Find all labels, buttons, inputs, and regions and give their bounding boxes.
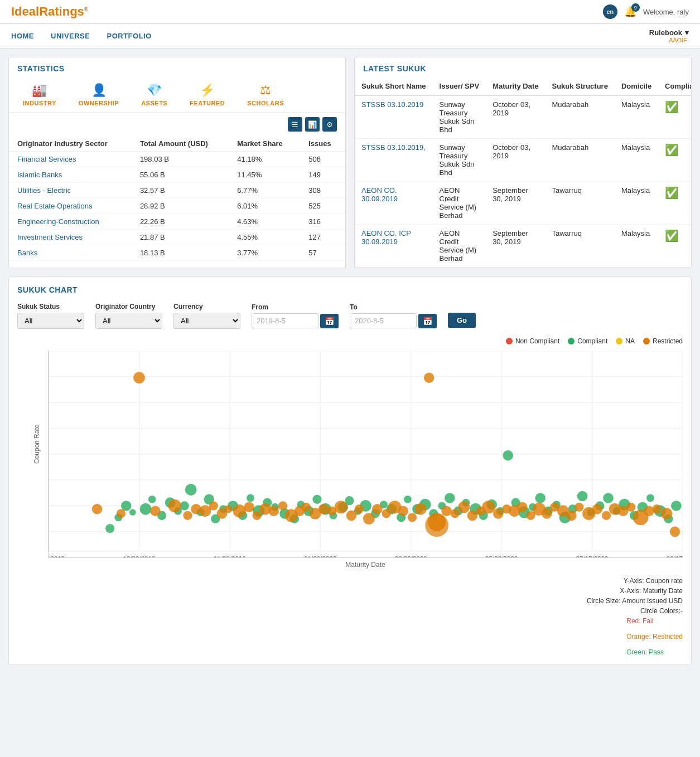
chart-y-axis-info: Y-Axis: Coupon rate xyxy=(624,577,683,585)
from-date-input[interactable] xyxy=(252,313,318,328)
y-axis-label: Coupon Rate xyxy=(33,424,41,464)
welcome-text: Welcome, raly xyxy=(643,8,689,16)
table-row: Real Estate Operations 28.92 B 6.01% 525 xyxy=(9,198,345,214)
orange-label: Orange: Restricted xyxy=(626,633,683,640)
go-button[interactable]: Go xyxy=(448,313,476,328)
svg-point-97 xyxy=(133,372,145,384)
col-issues: Issues xyxy=(300,136,345,152)
sector-link[interactable]: Banks xyxy=(17,249,37,257)
rulebook-sub: AAOIFI xyxy=(649,37,689,43)
legend-non-compliant: Non Compliant xyxy=(506,337,559,345)
tab-ownership[interactable]: 👤 OWNERSHIP xyxy=(73,80,124,109)
sector-link[interactable]: Engineering-Construction xyxy=(17,217,99,226)
svg-point-74 xyxy=(503,450,513,461)
header: IdealRatings® en 🔔9 Welcome, raly xyxy=(0,0,700,24)
tab-scholars[interactable]: ⚖ SCHOLARS xyxy=(242,80,289,109)
svg-point-29 xyxy=(129,509,136,516)
nav-portfolio[interactable]: PORTFOLIO xyxy=(107,24,151,48)
chart-view-button[interactable]: 📊 xyxy=(305,117,320,132)
share-cell: 4.63% xyxy=(229,214,300,230)
svg-point-105 xyxy=(225,505,233,513)
logo-sup: ® xyxy=(84,6,88,12)
sukuk-col-maturity: Maturity Date xyxy=(486,77,545,95)
sukuk-issuer-cell: AEON Credit Service (M) Berhad xyxy=(433,182,486,225)
notifications-button[interactable]: 🔔9 xyxy=(624,6,636,18)
svg-point-95 xyxy=(92,504,103,515)
tab-industry-label: INDUSTRY xyxy=(23,100,56,106)
sector-link[interactable]: Real Estate Operations xyxy=(17,202,92,210)
chart-legend: Non Compliant Compliant NA Restricted xyxy=(17,337,683,345)
logo-black: Ideal xyxy=(11,4,39,18)
svg-point-98 xyxy=(150,506,161,516)
sukuk-issuer-cell: AEON Credit Service (M) Berhad xyxy=(433,225,486,268)
svg-point-148 xyxy=(592,504,603,515)
svg-point-139 xyxy=(517,502,528,512)
svg-point-83 xyxy=(577,491,588,502)
svg-point-31 xyxy=(148,496,156,503)
sukuk-domicile-cell: Malaysia xyxy=(615,225,658,268)
x-axis-label: Maturity Date xyxy=(48,561,683,569)
filter-status-select[interactable]: All xyxy=(17,313,84,329)
sukuk-name-cell: AEON CO. ICP 30.09.2019 xyxy=(355,225,433,268)
svg-point-157 xyxy=(670,527,680,537)
chart-info-red: Red: Fail Orange: Restricted Green: Pass xyxy=(626,617,683,656)
tab-assets[interactable]: 💎 ASSETS xyxy=(136,80,173,109)
compliance-check-icon: ✅ xyxy=(665,101,679,113)
na-dot xyxy=(616,338,622,344)
amount-cell: 21.87 B xyxy=(132,230,229,245)
to-calendar-button[interactable]: 📅 xyxy=(418,314,437,328)
sukuk-name-link[interactable]: STSSB 03.10.2019, xyxy=(361,143,426,152)
sukuk-table-wrap[interactable]: Sukuk Short Name Issuer/ SPV Maturity Da… xyxy=(355,77,691,268)
language-button[interactable]: en xyxy=(603,4,617,19)
legend-restricted-label: Restricted xyxy=(653,337,683,345)
sector-link[interactable]: Islamic Banks xyxy=(17,171,62,179)
to-input-wrap: 📅 xyxy=(350,313,437,328)
issues-cell: 57 xyxy=(300,245,345,261)
tab-featured[interactable]: ⚡ FEATURED xyxy=(184,80,230,109)
chart-svg: 15.400% 14.000% 12.000% 10.000% 8.000% 6… xyxy=(48,351,683,558)
latest-sukuk-panel: LATEST SUKUK Sukuk Short Name Issuer/ SP… xyxy=(354,57,692,268)
table-row: Banks 18.13 B 3.77% 57 xyxy=(9,245,345,261)
svg-point-135 xyxy=(482,501,495,513)
sukuk-name-link[interactable]: AEON CO. 30.09.2019 xyxy=(361,186,398,203)
amount-cell: 198.03 B xyxy=(132,152,229,167)
sector-link[interactable]: Utilities - Electric xyxy=(17,186,71,195)
rulebook-menu[interactable]: Rulebook ▾ AAOIFI xyxy=(649,28,689,43)
sector-link[interactable]: Financial Services xyxy=(17,155,76,163)
col-amount: Total Amount (USD) xyxy=(132,136,229,152)
nav-home[interactable]: HOME xyxy=(11,24,34,48)
filter-country-select[interactable]: All xyxy=(95,313,162,329)
sukuk-domicile-cell: Malaysia xyxy=(615,182,658,225)
filter-status: Sukuk Status All xyxy=(17,303,84,329)
sector-link[interactable]: Investment Services xyxy=(17,233,83,241)
table-row: Engineering-Construction 22.26 B 4.63% 3… xyxy=(9,214,345,230)
sukuk-name-cell: AEON CO. 30.09.2019 xyxy=(355,182,433,225)
sector-cell: Utilities - Electric xyxy=(9,183,132,198)
table-view-button[interactable]: ☰ xyxy=(288,117,302,132)
to-date-input[interactable] xyxy=(350,313,417,328)
table-row: STSSB 03.10.2019, Sunway Treasury Sukuk … xyxy=(355,139,691,182)
svg-point-99 xyxy=(168,499,181,512)
sukuk-table: Sukuk Short Name Issuer/ SPV Maturity Da… xyxy=(355,77,691,268)
tab-assets-label: ASSETS xyxy=(141,100,167,106)
svg-point-100 xyxy=(183,511,192,520)
filter-currency-select[interactable]: All xyxy=(173,313,240,329)
table-row: Financial Services 198.03 B 41.18% 506 xyxy=(9,152,345,167)
stats-controls: ☰ 📊 ⚙ xyxy=(9,113,345,136)
sukuk-name-link[interactable]: AEON CO. ICP 30.09.2019 xyxy=(361,229,411,246)
logo-orange: Ratings xyxy=(39,4,84,18)
svg-text:01/26/2020: 01/26/2020 xyxy=(304,555,336,558)
amount-cell: 18.13 B xyxy=(132,245,229,261)
sukuk-maturity-cell: October 03, 2019 xyxy=(486,95,545,139)
nav-universe[interactable]: UNIVERSE xyxy=(51,24,90,48)
compliant-dot xyxy=(568,338,575,344)
settings-button[interactable]: ⚙ xyxy=(322,117,337,132)
amount-cell: 55.06 B xyxy=(132,167,229,183)
from-calendar-button[interactable]: 📅 xyxy=(320,314,339,328)
svg-point-131 xyxy=(450,509,459,518)
nav-links: HOME UNIVERSE PORTFOLIO xyxy=(11,24,152,48)
amount-cell: 28.92 B xyxy=(132,198,229,214)
sukuk-name-link[interactable]: STSSB 03.10.2019 xyxy=(361,100,423,109)
tab-industry[interactable]: 🏭 INDUSTRY xyxy=(17,80,62,109)
rulebook-chevron-icon: ▾ xyxy=(685,28,689,37)
